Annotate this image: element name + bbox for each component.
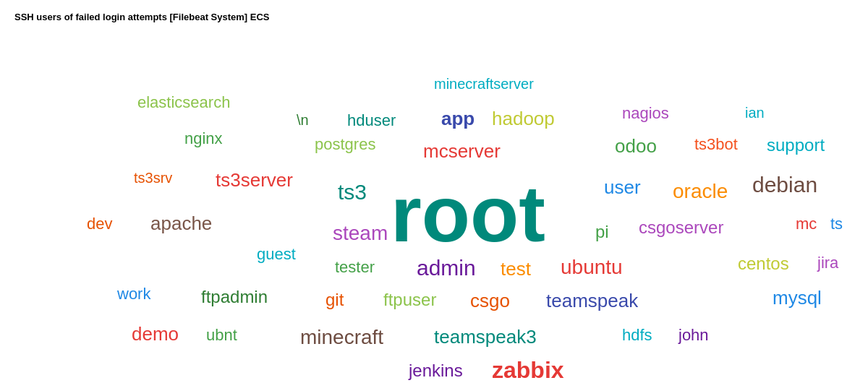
word-ubnt: ubnt (206, 327, 237, 343)
word-teamspeak: teamspeak (546, 291, 638, 310)
word-ts: ts (830, 216, 843, 232)
word-hdfs: hdfs (622, 327, 652, 343)
word-ts3bot: ts3bot (694, 137, 738, 152)
word-odoo: odoo (615, 137, 657, 155)
word-oracle: oracle (673, 181, 728, 202)
word-mc: mc (796, 216, 817, 232)
word-csgo: csgo (470, 291, 510, 310)
word-app: app (441, 109, 475, 128)
word-minecraft: minecraft (300, 327, 383, 348)
word-dev: dev (87, 216, 112, 232)
word-postgres: postgres (315, 137, 375, 152)
word-ftpuser: ftpuser (383, 291, 436, 309)
word-work: work (117, 286, 150, 302)
word-elasticsearch: elasticsearch (137, 95, 230, 111)
word-ftpadmin: ftpadmin (201, 288, 268, 306)
word-jenkins: jenkins (409, 362, 463, 379)
word-mysql: mysql (773, 288, 822, 307)
word-nginx: nginx (184, 131, 223, 147)
word-guest: guest (257, 246, 296, 262)
word-root: root (391, 174, 545, 254)
word-john: john (678, 327, 709, 343)
word-zabbix: zabbix (492, 358, 564, 382)
word-ts3srv: ts3srv (134, 171, 172, 185)
word-teamspeak3: teamspeak3 (434, 327, 537, 346)
word-steam: steam (333, 223, 388, 244)
word-ubuntu: ubuntu (561, 257, 623, 277)
word-nagios: nagios (622, 106, 669, 121)
main-container: SSH users of failed login attempts [File… (0, 0, 868, 383)
word-cloud: rootelasticsearch\nhduserminecraftserver… (14, 30, 854, 369)
word-user: user (604, 178, 641, 197)
word-csgoserver: csgoserver (639, 219, 723, 236)
word-ts3: ts3 (338, 181, 367, 203)
word-jira: jira (817, 255, 838, 271)
word-hduser: hduser (347, 113, 396, 129)
word-test: test (501, 259, 531, 278)
word-n: \n (297, 113, 309, 127)
word-debian: debian (752, 174, 817, 196)
word-admin: admin (417, 257, 476, 279)
word-hadoop: hadoop (492, 109, 555, 128)
word-demo: demo (132, 324, 179, 343)
word-apache: apache (150, 214, 212, 233)
word-ian: ian (745, 106, 765, 120)
word-git: git (326, 291, 344, 309)
word-support: support (767, 137, 825, 154)
word-ts3server: ts3server (216, 171, 293, 189)
word-tester: tester (335, 259, 375, 275)
chart-title: SSH users of failed login attempts [File… (14, 12, 854, 22)
word-minecraftserver: minecraftserver (434, 77, 534, 91)
word-pi: pi (595, 223, 609, 241)
word-mcserver: mcserver (423, 142, 501, 160)
word-centos: centos (738, 255, 789, 272)
